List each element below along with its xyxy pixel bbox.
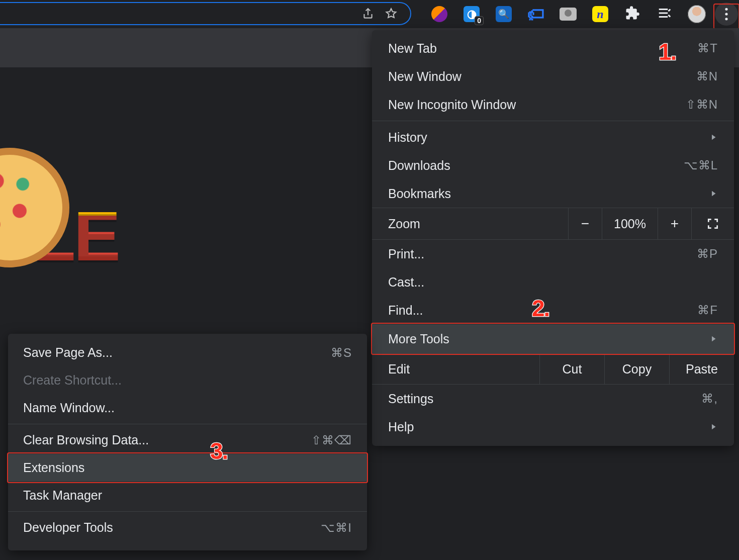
menu-item-label: Name Window... xyxy=(23,401,115,415)
extension-icon-6[interactable]: n xyxy=(584,0,616,28)
menu-item-label: Print... xyxy=(388,247,424,261)
menu-find[interactable]: Find... ⌘F xyxy=(372,296,734,324)
fullscreen-button[interactable] xyxy=(691,208,734,239)
extension-icon-1[interactable] xyxy=(423,0,455,28)
menu-item-shortcut: ⌘S xyxy=(331,346,352,360)
menu-divider xyxy=(8,424,367,424)
menu-edit: Edit Cut Copy Paste xyxy=(372,353,734,385)
menu-item-label: Help xyxy=(388,420,414,434)
menu-item-label: Downloads xyxy=(388,158,450,173)
menu-item-shortcut: ⌘, xyxy=(701,392,718,406)
menu-item-shortcut: ⌘F xyxy=(697,303,718,317)
zoom-out-button[interactable]: − xyxy=(568,208,602,239)
menu-item-label: New Window xyxy=(388,69,461,84)
zoom-in-button[interactable]: + xyxy=(658,208,691,239)
menu-item-label: Extensions xyxy=(23,460,84,475)
menu-new-tab[interactable]: New Tab ⌘T xyxy=(372,34,734,62)
svg-point-0 xyxy=(725,8,727,11)
share-icon[interactable] xyxy=(360,6,376,22)
menu-item-shortcut: ⌥⌘I xyxy=(321,521,352,535)
menu-item-label: Task Manager xyxy=(23,488,102,503)
menu-item-shortcut: ⌘N xyxy=(696,69,718,83)
menu-more-tools[interactable]: More Tools xyxy=(372,324,734,353)
menu-new-window[interactable]: New Window ⌘N xyxy=(372,62,734,90)
profile-avatar[interactable] xyxy=(681,0,713,28)
svg-point-2 xyxy=(725,18,727,20)
submenu-extensions[interactable]: Extensions xyxy=(8,454,367,482)
main-menu-button[interactable] xyxy=(715,3,738,26)
browser-toolbar: 0 n xyxy=(0,0,739,29)
submenu-arrow-icon xyxy=(709,420,718,434)
bookmark-star-icon[interactable] xyxy=(383,6,399,22)
menu-bookmarks[interactable]: Bookmarks xyxy=(372,179,734,208)
extension-badge: 0 xyxy=(475,16,484,25)
google-doodle[interactable]: GLE xyxy=(0,156,181,317)
menu-item-shortcut: ⇧⌘⌫ xyxy=(311,433,352,447)
reading-list-icon[interactable] xyxy=(649,0,681,28)
submenu-name-window[interactable]: Name Window... xyxy=(8,394,367,422)
more-tools-submenu: Save Page As... ⌘S Create Shortcut... Na… xyxy=(8,334,367,550)
menu-item-label: New Incognito Window xyxy=(388,98,516,112)
menu-item-label: History xyxy=(388,130,427,145)
extension-icon-4[interactable] xyxy=(520,0,552,28)
menu-item-shortcut: ⌘T xyxy=(697,41,718,55)
menu-item-label: Cast... xyxy=(388,275,424,290)
menu-divider xyxy=(8,511,367,512)
zoom-value: 100% xyxy=(602,208,658,239)
extension-strip: 0 n xyxy=(421,0,739,28)
menu-print[interactable]: Print... ⌘P xyxy=(372,240,734,268)
menu-downloads[interactable]: Downloads ⌥⌘L xyxy=(372,151,734,179)
menu-new-incognito[interactable]: New Incognito Window ⇧⌘N xyxy=(372,90,734,119)
extensions-menu-icon[interactable] xyxy=(616,0,649,28)
address-bar[interactable] xyxy=(0,2,411,25)
menu-item-label: Clear Browsing Data... xyxy=(23,433,149,447)
menu-item-label: Bookmarks xyxy=(388,186,451,201)
menu-divider xyxy=(372,121,734,121)
svg-point-1 xyxy=(725,13,727,15)
extension-icon-5[interactable] xyxy=(552,0,584,28)
menu-settings[interactable]: Settings ⌘, xyxy=(372,385,734,413)
menu-item-label: Developer Tools xyxy=(23,520,113,535)
menu-item-label: Zoom xyxy=(388,217,420,231)
submenu-arrow-icon xyxy=(709,186,718,201)
menu-item-shortcut: ⇧⌘N xyxy=(686,98,718,112)
extension-icon-2[interactable]: 0 xyxy=(455,0,488,28)
menu-item-label: Find... xyxy=(388,303,423,318)
menu-item-label: Settings xyxy=(388,392,433,406)
submenu-save-page[interactable]: Save Page As... ⌘S xyxy=(8,339,367,366)
menu-item-label: New Tab xyxy=(388,41,437,56)
submenu-clear-browsing-data[interactable]: Clear Browsing Data... ⇧⌘⌫ xyxy=(8,426,367,454)
submenu-arrow-icon xyxy=(709,130,718,145)
submenu-developer-tools[interactable]: Developer Tools ⌥⌘I xyxy=(8,514,367,541)
menu-item-shortcut: ⌥⌘L xyxy=(684,158,718,172)
main-menu: New Tab ⌘T New Window ⌘N New Incognito W… xyxy=(372,30,734,446)
menu-history[interactable]: History xyxy=(372,123,734,151)
submenu-create-shortcut: Create Shortcut... xyxy=(8,366,367,394)
menu-help[interactable]: Help xyxy=(372,413,734,441)
menu-item-label: Save Page As... xyxy=(23,345,113,360)
submenu-arrow-icon xyxy=(709,332,718,346)
edit-cut-button[interactable]: Cut xyxy=(539,354,604,384)
menu-item-label: More Tools xyxy=(388,332,449,346)
edit-copy-button[interactable]: Copy xyxy=(604,354,669,384)
edit-paste-button[interactable]: Paste xyxy=(669,354,734,384)
menu-item-label: Edit xyxy=(388,362,410,377)
menu-item-label: Create Shortcut... xyxy=(23,373,122,388)
menu-item-shortcut: ⌘P xyxy=(697,247,718,261)
extension-icon-3[interactable] xyxy=(488,0,520,28)
submenu-task-manager[interactable]: Task Manager xyxy=(8,482,367,509)
menu-zoom: Zoom − 100% + xyxy=(372,208,734,240)
menu-cast[interactable]: Cast... xyxy=(372,268,734,296)
